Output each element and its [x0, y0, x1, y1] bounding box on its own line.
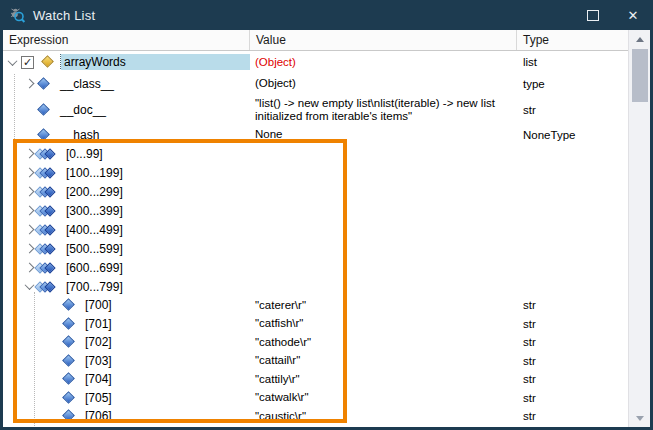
expression-label[interactable]: [200...299] [63, 184, 128, 200]
type-cell: str [517, 104, 628, 116]
tree-row[interactable]: [100...199] [3, 163, 628, 182]
type-cell: str [517, 392, 628, 404]
expression-label[interactable]: __hash__ [57, 127, 118, 143]
tree-row[interactable]: [0...99] [3, 144, 628, 163]
title-bar[interactable]: Watch List ✕ [0, 0, 653, 30]
tree-row[interactable]: [706] "caustic\r" str [3, 407, 628, 426]
tree-row[interactable]: [200...299] [3, 182, 628, 201]
value-cell: (Object) [250, 56, 517, 69]
chevron-icon [24, 225, 34, 235]
type-text: NoneType [523, 129, 575, 141]
tree-row[interactable]: __class__ (Object) type [3, 73, 628, 94]
multi-diamond-icon [36, 204, 58, 218]
scrollbar-up-arrow-icon[interactable] [629, 31, 650, 47]
tree-row[interactable]: [701] "catfish\r" str [3, 315, 628, 334]
chevron-icon [24, 168, 34, 178]
column-header-expression[interactable]: Expression [3, 30, 250, 50]
expression-label[interactable]: [703] [82, 353, 117, 369]
watch-list-window: Watch List ✕ Expression Value Type ✓arra… [0, 0, 653, 430]
tree-indent [3, 248, 22, 249]
value-text: "cattail\r" [255, 354, 300, 366]
column-header-type[interactable]: Type [517, 30, 628, 50]
expression-cell: [703] [3, 353, 250, 369]
value-cell: "cattily\r" [250, 373, 517, 386]
expression-label[interactable]: arrayWords [61, 54, 250, 70]
expression-cell: __hash__ [3, 127, 250, 143]
tree-row[interactable]: [300...399] [3, 201, 628, 220]
column-header-value[interactable]: Value [250, 30, 517, 50]
expression-cell: [300...399] [3, 203, 250, 219]
expression-label[interactable]: [700...799] [63, 279, 128, 295]
tree-indent [3, 191, 22, 192]
expression-label[interactable]: [700] [82, 297, 117, 313]
expression-cell: ✓arrayWords [3, 54, 250, 70]
expression-label[interactable]: __class__ [57, 76, 119, 92]
maximize-button[interactable] [573, 0, 613, 30]
expander [47, 339, 61, 346]
tree-indent [3, 267, 22, 268]
value-cell: None [250, 128, 517, 141]
expander [47, 357, 61, 364]
type-text: str [523, 318, 536, 330]
value-text: "caustic\r" [255, 410, 306, 422]
expression-label[interactable]: [600...699] [63, 260, 128, 276]
expression-cell: [600...699] [3, 260, 250, 276]
multi-diamond-icon [36, 242, 58, 256]
expression-label[interactable]: [500...599] [63, 241, 128, 257]
chevron-icon [24, 206, 34, 216]
tree-row[interactable]: [702] "cathode\r" str [3, 333, 628, 352]
tree-row[interactable]: __hash__ None NoneType [3, 125, 628, 144]
type-text: str [523, 373, 536, 385]
chevron-icon [24, 263, 34, 273]
expression-label[interactable]: [704] [82, 371, 117, 387]
tree-row[interactable]: __doc__ "list() -> new empty list\nlist(… [3, 94, 628, 125]
expression-label[interactable]: [300...399] [63, 203, 128, 219]
watch-checkbox[interactable]: ✓ [21, 56, 34, 69]
tree-guide-line [34, 292, 35, 427]
value-text: (Object) [255, 77, 296, 89]
tree-row[interactable]: [704] "cattily\r" str [3, 370, 628, 389]
maximize-icon [587, 10, 599, 21]
tree-indent [3, 305, 47, 306]
expander[interactable] [5, 59, 19, 66]
tree-row[interactable]: [500...599] [3, 239, 628, 258]
expression-label[interactable]: [0...99] [63, 146, 108, 162]
chevron-icon [7, 56, 17, 66]
expander[interactable] [22, 80, 36, 87]
tree-row[interactable]: [700] "caterer\r" str [3, 296, 628, 315]
type-text: str [523, 299, 536, 311]
expression-label[interactable]: [705] [82, 390, 117, 406]
type-text: str [523, 410, 536, 422]
type-cell: str [517, 410, 628, 422]
scrollbar-thumb[interactable] [632, 49, 648, 102]
blue-diamond-icon [61, 372, 77, 386]
type-text: list [523, 56, 537, 68]
blue-diamond-icon [61, 391, 77, 405]
expression-label[interactable]: [702] [82, 334, 117, 350]
value-text: "catwalk\r" [255, 391, 309, 403]
tree-row[interactable]: [703] "cattail\r" str [3, 352, 628, 371]
multi-diamond-icon [36, 185, 58, 199]
expression-label[interactable]: [706] [82, 408, 117, 424]
tree-row[interactable]: [705] "catwalk\r" str [3, 389, 628, 408]
tree-row[interactable]: [700...799] [3, 277, 628, 296]
tree-indent [3, 210, 22, 211]
expression-label[interactable]: [701] [82, 316, 117, 332]
tree-row[interactable]: [600...699] [3, 258, 628, 277]
chevron-icon [24, 79, 34, 89]
tree-row[interactable]: [400...499] [3, 220, 628, 239]
tree-row[interactable]: ✓arrayWords (Object) list [3, 51, 628, 73]
expression-label[interactable]: [100...199] [63, 165, 128, 181]
expression-label[interactable]: [400...499] [63, 222, 128, 238]
expression-cell: __doc__ [3, 102, 250, 118]
blue-diamond-icon [36, 103, 52, 117]
value-text: "caterer\r" [255, 299, 306, 311]
scrollbar-down-arrow-icon[interactable] [629, 410, 650, 426]
expression-label[interactable]: __doc__ [57, 102, 111, 118]
expander [47, 320, 61, 327]
chevron-icon [24, 187, 34, 197]
type-cell: str [517, 373, 628, 385]
vertical-scrollbar[interactable] [628, 30, 650, 427]
close-button[interactable]: ✕ [613, 0, 653, 30]
tree-rows: ✓arrayWords (Object) list __class__ (Obj… [3, 51, 628, 426]
